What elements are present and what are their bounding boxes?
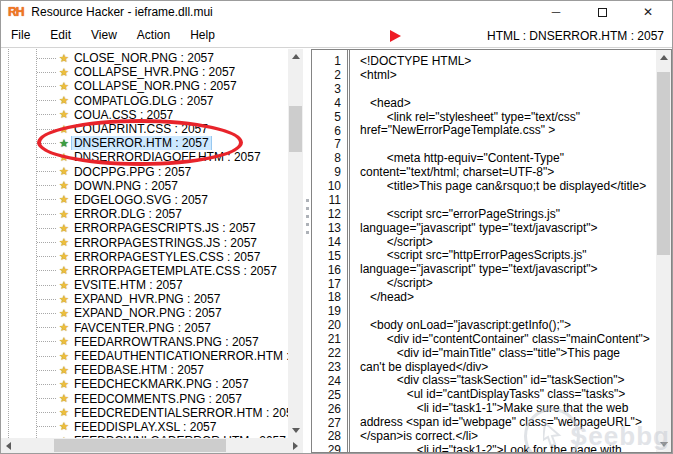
tree-item[interactable]: ★FEEDBASE.HTM : 2057 <box>1 363 288 377</box>
tree-connector <box>37 426 57 427</box>
tree-item[interactable]: ★DNSERROR.HTM : 2057 <box>1 136 288 150</box>
tree-item[interactable]: ★COUA.CSS : 2057 <box>1 108 288 122</box>
tree-item[interactable]: ★DNSERRORDIAGOFF.HTM : 2057 <box>1 150 288 164</box>
editor-vertical-scrollbar[interactable] <box>656 50 671 452</box>
star-icon: ★ <box>59 365 69 376</box>
code-line <box>360 194 656 208</box>
tree-item[interactable]: ★COMPATLOG.DLG : 2057 <box>1 94 288 108</box>
tree-item[interactable]: ★FEEDAUTHENTICATIONERROR.HTM : 2057 <box>1 349 288 363</box>
star-icon: ★ <box>59 322 69 333</box>
scroll-up-icon[interactable] <box>292 54 300 59</box>
menu-file[interactable]: File <box>1 24 40 46</box>
tree-item[interactable]: ★ERRORPAGETEMPLATE.CSS : 2057 <box>1 264 288 278</box>
tree-item[interactable]: ★FEEDARROWTRANS.PNG : 2057 <box>1 335 288 349</box>
tree-item-label: DNSERROR.HTM : 2057 <box>72 136 211 150</box>
star-icon: ★ <box>59 265 69 276</box>
code-line: <ul id="cantDisplayTasks" class="tasks"> <box>360 388 656 402</box>
tree-item[interactable]: ★DOCPPG.PPG : 2057 <box>1 165 288 179</box>
tree-item[interactable]: ★ERRORPAGESTYLES.CSS : 2057 <box>1 250 288 264</box>
code-line: <script src="errorPageStrings.js" <box>360 208 656 222</box>
code-line: <!DOCTYPE HTML> <box>360 55 656 69</box>
title-bar: RH Resource Hacker - ieframe.dll.mui <box>1 1 672 23</box>
star-icon: ★ <box>59 166 69 177</box>
code-line: <title>This page can&rsquo;t be displaye… <box>360 180 656 194</box>
scroll-right-icon[interactable] <box>293 442 298 450</box>
tree-item[interactable]: ★EVSITE.HTM : 2057 <box>1 278 288 292</box>
tree-connector <box>37 370 57 371</box>
tree-item[interactable]: ★COUAPRINT.CSS : 2057 <box>1 122 288 136</box>
tree-item[interactable]: ★FEEDCOMMENTS.PNG : 2057 <box>1 392 288 406</box>
tree-item-label: FEEDDISPLAY.XSL : 2057 <box>72 420 219 434</box>
tree-vertical-scrollbar[interactable] <box>288 49 303 438</box>
tree-connector <box>37 86 57 87</box>
tree-item[interactable]: ★EDGELOGO.SVG : 2057 <box>1 193 288 207</box>
line-number: 22 <box>312 347 341 361</box>
menu-action[interactable]: Action <box>127 24 180 46</box>
star-icon: ★ <box>59 280 69 291</box>
scroll-down-icon[interactable] <box>292 428 300 433</box>
tree-item[interactable]: ★DOWN.PNG : 2057 <box>1 179 288 193</box>
window-title: Resource Hacker - ieframe.dll.mui <box>31 5 212 19</box>
tree-item[interactable]: ★EXPAND_NOR.PNG : 2057 <box>1 306 288 320</box>
tree-item[interactable]: ★FAVCENTER.PNG : 2057 <box>1 321 288 335</box>
tree-item[interactable]: ★ERRORPAGESTRINGS.JS : 2057 <box>1 235 288 249</box>
panel-splitter[interactable] <box>303 49 311 453</box>
scroll-left-icon[interactable] <box>6 442 11 450</box>
minimize-button[interactable] <box>533 1 579 23</box>
line-number: 20 <box>312 319 341 333</box>
tree-item[interactable]: ★ERRORPAGESCRIPTS.JS : 2057 <box>1 221 288 235</box>
star-icon: ★ <box>59 180 69 191</box>
tree-hscroll-thumb[interactable] <box>54 439 226 452</box>
code-line: <html> <box>360 69 656 83</box>
tree-connector <box>37 129 57 130</box>
star-icon: ★ <box>59 109 69 120</box>
tree-vscroll-thumb[interactable] <box>289 106 302 152</box>
tree-item[interactable]: ★EXPAND_HVR.PNG : 2057 <box>1 292 288 306</box>
code-line: can't be displayed</div> <box>360 361 656 375</box>
menu-edit[interactable]: Edit <box>40 24 81 46</box>
code-line: </script> <box>360 277 656 291</box>
tree-item-label: EXPAND_HVR.PNG : 2057 <box>72 292 223 306</box>
tree-item[interactable]: ★FEEDCREDENTIALSERROR.HTM : 2057 <box>1 406 288 420</box>
tree-item-label: ERRORPAGESCRIPTS.JS : 2057 <box>72 221 258 235</box>
line-number: 28 <box>312 430 341 444</box>
menu-view[interactable]: View <box>81 24 127 46</box>
tree-item-label: ERRORPAGESTYLES.CSS : 2057 <box>72 250 263 264</box>
tree-connector <box>37 384 57 385</box>
tree-item[interactable]: ★FEEDDISPLAY.XSL : 2057 <box>1 420 288 434</box>
tree-item[interactable]: ★COLLAPSE_NOR.PNG : 2057 <box>1 79 288 93</box>
scroll-up-icon[interactable] <box>660 55 668 60</box>
star-icon: ★ <box>59 138 69 149</box>
line-number: 24 <box>312 375 341 389</box>
code-line: </span>is correct.</li> <box>360 430 656 444</box>
tree-item[interactable]: ★ERROR.DLG : 2057 <box>1 207 288 221</box>
star-icon: ★ <box>59 393 69 404</box>
line-number: 21 <box>312 333 341 347</box>
editor-vscroll-thumb[interactable] <box>657 72 670 255</box>
maximize-icon <box>598 8 607 17</box>
line-number: 29 <box>312 444 341 453</box>
line-number: 5 <box>312 111 341 125</box>
play-icon[interactable] <box>390 30 401 42</box>
tree-connector <box>37 114 57 115</box>
tree-item-label: FEEDAUTHENTICATIONERROR.HTM : 2057 <box>72 349 288 363</box>
code-area[interactable]: <!DOCTYPE HTML><html> <head> <link rel="… <box>356 50 656 452</box>
tree-item[interactable]: ★FEEDCHECKMARK.PNG : 2057 <box>1 377 288 391</box>
tree-connector <box>37 313 57 314</box>
splitter-grip-dot <box>306 223 309 226</box>
line-number: 26 <box>312 403 341 417</box>
tree-item[interactable]: ★COLLAPSE_HVR.PNG : 2057 <box>1 65 288 79</box>
scroll-down-icon[interactable] <box>660 442 668 447</box>
menu-help[interactable]: Help <box>180 24 225 46</box>
tree-item-label: EDGELOGO.SVG : 2057 <box>72 193 210 207</box>
close-button[interactable] <box>625 1 671 23</box>
source-editor-panel: 1234567891011121314151617181920212223242… <box>311 49 672 453</box>
code-line: address <span id="webpage" class="webpag… <box>360 416 656 430</box>
line-number: 17 <box>312 278 341 292</box>
tree-horizontal-scrollbar[interactable] <box>1 438 303 453</box>
tree-item[interactable]: ★CLOSE_NOR.PNG : 2057 <box>1 51 288 65</box>
maximize-button[interactable] <box>579 1 625 23</box>
tree-connector <box>37 100 57 101</box>
tree-item-label: DOCPPG.PPG : 2057 <box>72 165 193 179</box>
tree-item-label: ERROR.DLG : 2057 <box>72 207 184 221</box>
